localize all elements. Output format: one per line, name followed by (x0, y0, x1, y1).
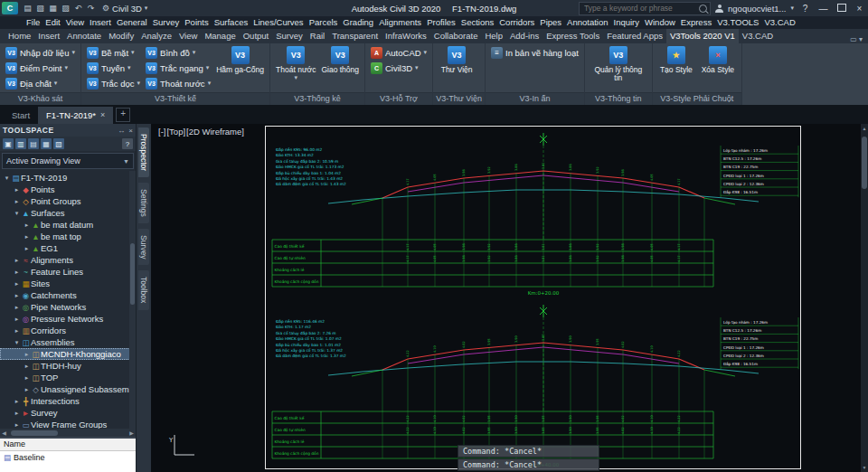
ribbon-button-in-ban-ve-hang-loat[interactable]: ≡In bản vẽ hàng loạt (489, 45, 580, 60)
ribbon-tab-infraworks[interactable]: InfraWorks (382, 29, 430, 43)
expand-icon[interactable]: ▸ (13, 398, 21, 405)
civil3d-logo-icon[interactable]: C (2, 2, 18, 14)
toolspace-tab-survey[interactable]: Survey (138, 229, 149, 265)
tree-item-mcndh-khonggiaco[interactable]: ▸◫MCNDH-Khonggiaco (0, 348, 136, 360)
ribbon-button-be-mat[interactable]: V3Bề mặt▾ (85, 45, 142, 60)
toolspace-header[interactable]: TOOLSPACE ↔ × (0, 124, 136, 137)
canvas-vertical-scrollbar[interactable]: ▲ ▼ (861, 124, 868, 472)
tree-item-catchments[interactable]: ▸◉Catchments (0, 289, 136, 301)
menu-survey[interactable]: Survey (150, 16, 183, 29)
search-icon[interactable] (699, 5, 707, 13)
ribbon-tab-manage[interactable]: Manage (201, 29, 239, 43)
menu-sections[interactable]: Sections (458, 16, 496, 29)
expand-icon[interactable]: ▸ (13, 186, 21, 194)
tree-item-feature-lines[interactable]: ▸~Feature Lines (0, 266, 136, 278)
tree-item-pressure-networks[interactable]: ▸◎Pressure Networks (0, 313, 136, 325)
scroll-down-icon[interactable]: ▼ (861, 465, 868, 470)
auto-hide-icon[interactable]: ↔ (118, 127, 125, 135)
ribbon-button-thu-vien[interactable]: V3Thư Viện (437, 45, 476, 74)
menu-points[interactable]: Points (182, 16, 211, 29)
expand-icon[interactable]: ▸ (23, 351, 31, 358)
ribbon-button-xoa-style[interactable]: ×Xóa Style (698, 45, 738, 74)
menu-view[interactable]: View (63, 16, 87, 29)
help-icon[interactable]: ? (798, 4, 812, 14)
tree-item-pipe-networks[interactable]: ▸◎Pipe Networks (0, 301, 136, 313)
collapse-icon[interactable]: ▾ (13, 339, 21, 346)
expand-icon[interactable]: ▸ (13, 198, 21, 205)
ribbon-button-nhap-du-lieu[interactable]: V3Nhập dữ liệu▾ (4, 45, 77, 60)
expand-icon[interactable]: ▸ (13, 316, 21, 323)
ribbon-display-toggle-icon[interactable]: ▭ ▾ (850, 35, 868, 43)
view-direction-control[interactable]: [Top] (166, 127, 185, 137)
tree-item-f1-tn-2019[interactable]: ▾▤F1-TN-2019 (0, 172, 136, 184)
scroll-right-icon[interactable]: ▶ (127, 430, 136, 436)
tree-horizontal-scrollbar[interactable]: ◀ ▶ (0, 429, 136, 437)
ribbon-button-trac-ngang[interactable]: V3Trắc ngang▾ (144, 61, 212, 75)
expand-icon[interactable]: ▸ (13, 280, 21, 288)
menu-general[interactable]: General (114, 16, 150, 29)
tree-item-sites[interactable]: ▸▦Sites (0, 278, 136, 289)
qat-open-icon[interactable]: ▧ (34, 4, 46, 13)
tree-item-intersections[interactable]: ▸╋Intersections (0, 395, 136, 407)
qat-plot-icon[interactable]: ▨ (60, 4, 71, 13)
ribbon-button-quan-ly-thong-tin[interactable]: V3Quản lý thông tin (589, 45, 648, 82)
expand-icon[interactable]: ▸ (13, 304, 21, 311)
expand-icon[interactable]: ▸ (23, 363, 31, 370)
workspace-switcher[interactable]: ⚙ Civil 3D ▾ (102, 4, 147, 14)
list-item-baseline[interactable]: ▤Baseline (0, 451, 136, 463)
ribbon-button-dia-chat[interactable]: V3Địa chất▾ (4, 76, 77, 90)
tree-item-point-groups[interactable]: ▸◇Point Groups (0, 195, 136, 207)
menu-profiles[interactable]: Profiles (424, 16, 458, 29)
collapse-icon[interactable]: ▾ (13, 210, 21, 217)
panorama-icon[interactable]: ▦ (41, 138, 52, 149)
list-column-header[interactable]: Name (0, 439, 136, 451)
tree-item-be-mat-top[interactable]: ▸▲be mat top (0, 231, 136, 242)
master-view-icon[interactable]: ▤ (28, 138, 39, 149)
menu-parcels[interactable]: Parcels (307, 16, 341, 29)
expand-icon[interactable]: ▸ (23, 233, 31, 241)
ribbon-tab-output[interactable]: Output (240, 29, 273, 43)
tree-item-survey[interactable]: ▸►Survey (0, 407, 136, 419)
ribbon-tab-express-tools[interactable]: Express Tools (542, 29, 603, 43)
qat-undo-icon[interactable]: ↶ (72, 4, 84, 13)
tree-item-points[interactable]: ▸◆Points (0, 184, 136, 195)
ribbon-button-autocad[interactable]: AAutoCAD▾ (369, 45, 429, 60)
menu-grading[interactable]: Grading (340, 16, 376, 29)
ribbon-tab-annotate[interactable]: Annotate (63, 29, 105, 43)
menu-window[interactable]: Window (642, 16, 678, 29)
ribbon-button-giao-thong[interactable]: V3Giao thông (319, 45, 361, 74)
ribbon-button-tuyen[interactable]: V3Tuyến▾ (85, 61, 142, 75)
menu-surfaces[interactable]: Surfaces (212, 16, 251, 29)
menu-insert[interactable]: Insert (87, 16, 114, 29)
ribbon-tab-rail[interactable]: Rail (307, 29, 328, 43)
expand-icon[interactable]: ▸ (23, 222, 31, 229)
menu-pipes[interactable]: Pipes (537, 16, 564, 29)
tree-item-view-frame-groups[interactable]: ▸▭View Frame Groups (0, 419, 136, 429)
menu-express[interactable]: Express (678, 16, 714, 29)
tree-item-corridors[interactable]: ▸▥Corridors (0, 325, 136, 336)
new-tab-button[interactable]: + (116, 108, 130, 122)
ribbon-button-thoat-nuoc[interactable]: V3Thoát nước▾ (144, 76, 212, 90)
chevron-down-icon[interactable]: ▾ (790, 5, 794, 12)
open-drawing-icon[interactable]: ▣ (3, 138, 14, 149)
search-input[interactable] (582, 3, 699, 14)
minimize-button[interactable]: — (816, 4, 830, 14)
tree-item-thdh-huy[interactable]: ▸◫THDH-huy (0, 360, 136, 372)
toolspace-tab-prospector[interactable]: Prospector (138, 127, 149, 177)
ribbon-tab-modify[interactable]: Modify (105, 29, 137, 43)
toolspace-tab-toolbox[interactable]: Toolbox (138, 270, 149, 309)
user-avatar-icon[interactable] (715, 5, 723, 13)
ribbon-tab-v3tools-2020-v1[interactable]: V3Tools 2020 V1 (666, 29, 739, 43)
ribbon-tab-view[interactable]: View (175, 29, 201, 43)
command-line[interactable]: Command: *Cancel*Command: *Cancel* (458, 445, 599, 472)
scroll-up-icon[interactable]: ▲ (861, 126, 868, 131)
menu-lines-curves[interactable]: Lines/Curves (250, 16, 306, 29)
menu-corridors[interactable]: Corridors (496, 16, 537, 29)
ribbon-button-diem-point[interactable]: V3Điểm Point▾ (4, 61, 77, 75)
ribbon-button-thoat-nuoc[interactable]: V3Thoát nước▾ (274, 45, 317, 81)
menu-inquiry[interactable]: Inquiry (611, 16, 643, 29)
ribbon-tab-v3-cad[interactable]: V3.CAD (739, 29, 777, 43)
event-viewer-icon[interactable]: ▧ (53, 138, 64, 149)
close-button[interactable]: × (853, 4, 866, 14)
tree-item-alignments[interactable]: ▸≈Alignments (0, 254, 136, 266)
